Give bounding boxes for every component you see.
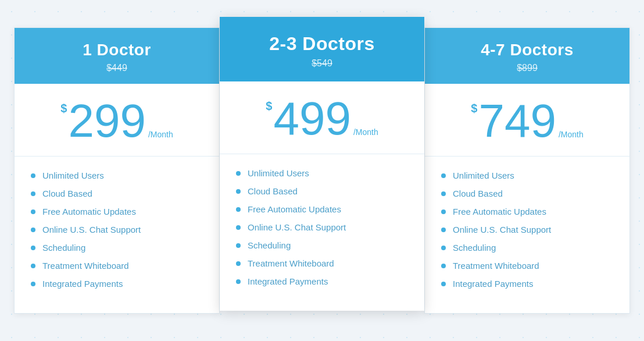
feature-item-plan-2-3-doctors-4: Scheduling xyxy=(236,240,408,250)
feature-item-plan-2-3-doctors-3: Online U.S. Chat Support xyxy=(236,222,408,232)
feature-label-plan-1-doctor-2: Free Automatic Updates xyxy=(42,207,136,216)
feature-label-plan-1-doctor-1: Cloud Based xyxy=(42,189,92,198)
feature-item-plan-1-doctor-3: Online U.S. Chat Support xyxy=(31,225,203,235)
feature-item-plan-4-7-doctors-6: Integrated Payments xyxy=(441,279,613,289)
price-display-plan-2-3-doctors: $499/Month xyxy=(229,95,415,142)
price-display-plan-4-7-doctors: $749/Month xyxy=(434,98,620,144)
price-number-plan-2-3-doctors: 499 xyxy=(273,95,350,142)
price-section-plan-4-7-doctors: $749/Month xyxy=(425,84,629,157)
feature-bullet-plan-2-3-doctors-6 xyxy=(236,279,241,284)
feature-label-plan-2-3-doctors-3: Online U.S. Chat Support xyxy=(248,222,346,232)
feature-item-plan-1-doctor-5: Treatment Whiteboard xyxy=(31,261,203,271)
feature-label-plan-4-7-doctors-0: Unlimited Users xyxy=(453,170,514,180)
feature-bullet-plan-4-7-doctors-2 xyxy=(441,209,446,214)
feature-item-plan-1-doctor-4: Scheduling xyxy=(31,243,203,253)
original-price-plan-1-doctor: $449 xyxy=(24,63,210,73)
pricing-container: 1 Doctor$449$299/MonthUnlimited UsersClo… xyxy=(14,27,630,314)
card-header-plan-2-3-doctors: 2-3 Doctors$549 xyxy=(220,17,424,81)
feature-label-plan-1-doctor-4: Scheduling xyxy=(42,243,85,253)
feature-bullet-plan-1-doctor-5 xyxy=(31,264,35,268)
features-section-plan-2-3-doctors: Unlimited UsersCloud BasedFree Automatic… xyxy=(220,154,424,311)
feature-item-plan-2-3-doctors-2: Free Automatic Updates xyxy=(236,204,408,214)
feature-label-plan-4-7-doctors-1: Cloud Based xyxy=(453,189,503,198)
feature-item-plan-2-3-doctors-0: Unlimited Users xyxy=(236,168,408,178)
feature-label-plan-1-doctor-6: Integrated Payments xyxy=(42,279,123,289)
feature-item-plan-4-7-doctors-1: Cloud Based xyxy=(441,189,613,198)
feature-bullet-plan-4-7-doctors-4 xyxy=(441,246,446,250)
feature-item-plan-1-doctor-0: Unlimited Users xyxy=(31,170,203,180)
card-header-plan-1-doctor: 1 Doctor$449 xyxy=(15,28,219,84)
price-number-plan-1-doctor: 299 xyxy=(68,98,145,144)
feature-item-plan-1-doctor-2: Free Automatic Updates xyxy=(31,207,203,216)
card-title-plan-4-7-doctors: 4-7 Doctors xyxy=(434,41,620,59)
feature-item-plan-1-doctor-1: Cloud Based xyxy=(31,189,203,198)
feature-bullet-plan-2-3-doctors-4 xyxy=(236,243,241,248)
price-dollar-sign-plan-1-doctor: $ xyxy=(60,102,67,114)
feature-item-plan-4-7-doctors-5: Treatment Whiteboard xyxy=(441,261,613,271)
price-number-plan-4-7-doctors: 749 xyxy=(478,98,556,144)
feature-bullet-plan-1-doctor-4 xyxy=(31,246,35,250)
card-title-plan-2-3-doctors: 2-3 Doctors xyxy=(229,33,415,55)
feature-bullet-plan-1-doctor-3 xyxy=(31,228,35,232)
price-section-plan-2-3-doctors: $499/Month xyxy=(220,81,424,154)
feature-item-plan-4-7-doctors-0: Unlimited Users xyxy=(441,170,613,180)
feature-item-plan-2-3-doctors-6: Integrated Payments xyxy=(236,276,408,286)
original-price-plan-2-3-doctors: $549 xyxy=(229,58,415,69)
feature-label-plan-4-7-doctors-5: Treatment Whiteboard xyxy=(453,261,539,271)
feature-bullet-plan-1-doctor-2 xyxy=(31,209,35,214)
per-month-plan-1-doctor: /Month xyxy=(148,130,173,138)
feature-label-plan-4-7-doctors-4: Scheduling xyxy=(453,243,496,253)
feature-label-plan-4-7-doctors-2: Free Automatic Updates xyxy=(453,207,546,216)
feature-bullet-plan-1-doctor-1 xyxy=(31,191,35,196)
price-display-plan-1-doctor: $299/Month xyxy=(24,98,210,144)
feature-bullet-plan-4-7-doctors-3 xyxy=(441,228,446,232)
feature-item-plan-4-7-doctors-3: Online U.S. Chat Support xyxy=(441,225,613,235)
feature-label-plan-1-doctor-0: Unlimited Users xyxy=(42,170,104,180)
per-month-plan-4-7-doctors: /Month xyxy=(559,130,584,138)
original-price-plan-4-7-doctors: $899 xyxy=(434,63,620,73)
feature-bullet-plan-2-3-doctors-1 xyxy=(236,189,241,194)
card-title-plan-1-doctor: 1 Doctor xyxy=(24,41,210,59)
pricing-card-plan-1-doctor: 1 Doctor$449$299/MonthUnlimited UsersClo… xyxy=(14,27,220,314)
feature-label-plan-2-3-doctors-6: Integrated Payments xyxy=(248,276,328,286)
price-dollar-sign-plan-2-3-doctors: $ xyxy=(266,100,272,112)
pricing-card-plan-2-3-doctors: 2-3 Doctors$549$499/MonthUnlimited Users… xyxy=(220,17,424,311)
feature-label-plan-2-3-doctors-2: Free Automatic Updates xyxy=(248,204,341,214)
feature-bullet-plan-1-doctor-0 xyxy=(31,173,35,178)
feature-item-plan-4-7-doctors-4: Scheduling xyxy=(441,243,613,253)
feature-bullet-plan-1-doctor-6 xyxy=(31,282,35,286)
feature-label-plan-2-3-doctors-1: Cloud Based xyxy=(248,186,298,196)
feature-bullet-plan-2-3-doctors-3 xyxy=(236,225,241,230)
feature-bullet-plan-4-7-doctors-6 xyxy=(441,282,446,286)
feature-label-plan-2-3-doctors-4: Scheduling xyxy=(248,240,291,250)
feature-label-plan-4-7-doctors-6: Integrated Payments xyxy=(453,279,533,289)
feature-label-plan-4-7-doctors-3: Online U.S. Chat Support xyxy=(453,225,551,235)
feature-label-plan-1-doctor-3: Online U.S. Chat Support xyxy=(42,225,141,235)
per-month-plan-2-3-doctors: /Month xyxy=(353,128,378,136)
feature-item-plan-2-3-doctors-1: Cloud Based xyxy=(236,186,408,196)
price-section-plan-1-doctor: $299/Month xyxy=(15,84,219,157)
feature-bullet-plan-2-3-doctors-2 xyxy=(236,207,241,212)
feature-bullet-plan-4-7-doctors-5 xyxy=(441,264,446,268)
features-section-plan-4-7-doctors: Unlimited UsersCloud BasedFree Automatic… xyxy=(425,157,629,313)
feature-item-plan-1-doctor-6: Integrated Payments xyxy=(31,279,203,289)
feature-bullet-plan-2-3-doctors-5 xyxy=(236,261,241,266)
price-dollar-sign-plan-4-7-doctors: $ xyxy=(471,102,477,114)
pricing-card-plan-4-7-doctors: 4-7 Doctors$899$749/MonthUnlimited Users… xyxy=(424,27,630,314)
feature-bullet-plan-4-7-doctors-0 xyxy=(441,173,446,178)
feature-item-plan-2-3-doctors-5: Treatment Whiteboard xyxy=(236,258,408,268)
feature-label-plan-1-doctor-5: Treatment Whiteboard xyxy=(42,261,129,271)
card-header-plan-4-7-doctors: 4-7 Doctors$899 xyxy=(425,28,629,84)
feature-bullet-plan-4-7-doctors-1 xyxy=(441,191,446,196)
feature-bullet-plan-2-3-doctors-0 xyxy=(236,171,241,176)
feature-label-plan-2-3-doctors-5: Treatment Whiteboard xyxy=(248,258,334,268)
features-section-plan-1-doctor: Unlimited UsersCloud BasedFree Automatic… xyxy=(15,157,219,313)
feature-label-plan-2-3-doctors-0: Unlimited Users xyxy=(248,168,309,178)
feature-item-plan-4-7-doctors-2: Free Automatic Updates xyxy=(441,207,613,216)
